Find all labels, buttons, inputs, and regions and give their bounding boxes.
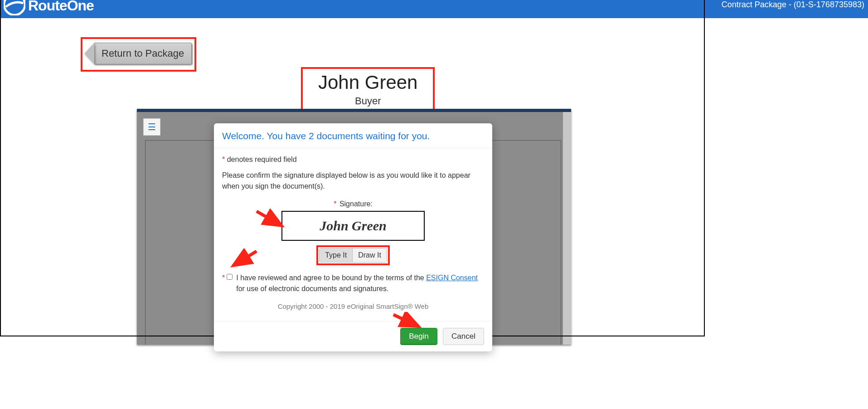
confirm-signature-text: Please confirm the signature displayed b… [222, 170, 484, 192]
consent-row: * I have reviewed and agree to be bound … [222, 273, 484, 294]
begin-button[interactable]: Begin [400, 328, 437, 345]
draw-it-button[interactable]: Draw It [352, 248, 387, 262]
consent-text: I have reviewed and agree to be bound by… [236, 273, 484, 294]
signature-preview-box[interactable]: John Green [281, 211, 425, 241]
consent-checkbox[interactable] [227, 274, 233, 280]
signature-mode-toggle: Type It Draw It [319, 248, 387, 263]
copyright-text: Copyright 2000 - 2019 eOriginal SmartSig… [222, 294, 484, 314]
modal-title: Welcome. You have 2 documents waiting fo… [214, 123, 492, 148]
signature-section: * Signature: John Green Type It Draw It [222, 200, 484, 265]
brand-name: RouteOne [28, 0, 94, 14]
back-arrow-icon [84, 43, 94, 64]
hamburger-icon: ☰ [148, 122, 156, 132]
return-button-label: Return to Package [94, 43, 192, 64]
viewer-scrollbar[interactable] [563, 112, 571, 345]
esign-consent-link[interactable]: ESIGN Consent [426, 274, 478, 282]
signature-toggle-highlight: Type It Draw It [316, 245, 390, 265]
signer-name: John Green [318, 72, 417, 93]
return-button-highlight: Return to Package [81, 37, 196, 72]
type-it-button[interactable]: Type It [320, 248, 352, 262]
app-header: RouteOne Contract Package - (01-S-176873… [0, 0, 868, 18]
modal-footer: Begin Cancel [214, 321, 492, 351]
signature-preview-text: John Green [320, 218, 387, 234]
required-field-note: * denotes required field [222, 156, 484, 164]
signer-highlight: John Green Buyer [301, 67, 435, 113]
required-note-text: denotes required field [227, 156, 297, 163]
brand-logo-icon [4, 0, 25, 15]
modal-body: * denotes required field Please confirm … [214, 148, 492, 321]
return-to-package-button[interactable]: Return to Package [84, 43, 192, 64]
required-asterisk: * [334, 200, 336, 208]
required-asterisk: * [222, 156, 225, 163]
required-asterisk: * [222, 273, 225, 283]
consent-post: for use of electronic documents and sign… [236, 285, 388, 292]
package-label: Contract Package - (01-S-1768735983) [722, 0, 864, 10]
signature-modal: Welcome. You have 2 documents waiting fo… [214, 123, 492, 351]
brand-logo: RouteOne [4, 0, 94, 18]
signer-role: Buyer [318, 95, 417, 107]
hamburger-menu-button[interactable]: ☰ [143, 118, 160, 136]
signature-label-row: * Signature: [222, 200, 484, 208]
cancel-button[interactable]: Cancel [443, 328, 484, 345]
consent-pre: I have reviewed and agree to be bound by… [236, 274, 426, 282]
signature-label: Signature: [339, 200, 373, 208]
